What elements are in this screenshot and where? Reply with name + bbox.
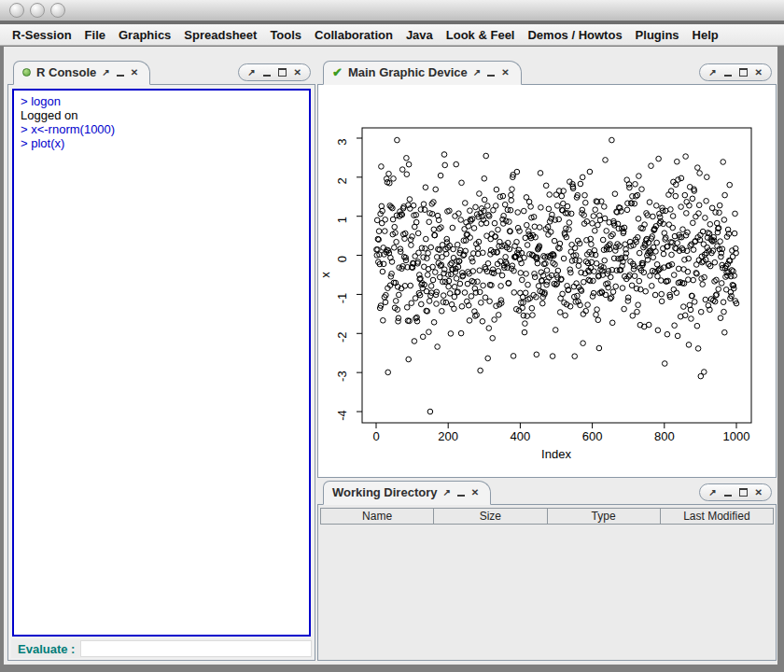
graphics-panel: ✔ Main Graphic Device ↗✕ ↗✕ 020040060080… xyxy=(317,60,777,478)
minimize-icon[interactable] xyxy=(724,69,732,77)
window-actions: ↗✕ xyxy=(238,63,311,81)
working-directory-panel: Working Directory ↗✕ ↗✕ NameSizeTypeLast… xyxy=(317,480,777,661)
menu-item-spreadsheet[interactable]: Spreadsheet xyxy=(177,28,263,42)
detach-icon[interactable]: ↗ xyxy=(102,68,109,77)
menu-item-tools[interactable]: Tools xyxy=(263,28,308,42)
minimize-icon[interactable] xyxy=(457,489,465,497)
minimize-icon[interactable] xyxy=(263,69,271,77)
svg-text:1: 1 xyxy=(335,217,349,223)
svg-text:400: 400 xyxy=(511,429,531,443)
close-icon[interactable]: ✕ xyxy=(755,488,763,497)
svg-text:800: 800 xyxy=(654,429,675,443)
detach-icon[interactable]: ↗ xyxy=(708,488,716,497)
window-actions: ↗✕ xyxy=(699,483,772,501)
column-header-last-modified[interactable]: Last Modified xyxy=(660,508,774,525)
file-table-header: NameSizeTypeLast Modified xyxy=(320,508,774,525)
close-icon[interactable]: ✕ xyxy=(755,68,763,77)
svg-text:3: 3 xyxy=(335,138,349,145)
evaluate-input[interactable] xyxy=(80,640,312,657)
menu-item-demos-howtos[interactable]: Demos / Howtos xyxy=(521,28,628,42)
application-window: R-SessionFileGraphicsSpreadsheetToolsCol… xyxy=(0,0,784,672)
menu-bar: R-SessionFileGraphicsSpreadsheetToolsCol… xyxy=(0,24,784,46)
tab-actions: ↗✕ xyxy=(102,68,138,77)
menu-item-file[interactable]: File xyxy=(78,28,112,42)
evaluate-label: Evaluate : xyxy=(11,642,80,656)
svg-text:0: 0 xyxy=(335,256,349,262)
svg-text:2: 2 xyxy=(335,177,349,184)
tab-label: Working Directory xyxy=(332,485,437,499)
console-panel-body: > logonLogged on> x<-rnorm(1000)> plot(x… xyxy=(7,84,315,661)
svg-text:-1: -1 xyxy=(335,293,349,304)
tab-actions: ↗✕ xyxy=(442,488,479,497)
svg-text:-4: -4 xyxy=(335,410,349,421)
detach-icon[interactable]: ↗ xyxy=(708,68,716,77)
close-icon[interactable]: ✕ xyxy=(294,68,301,77)
console-panel: R Console ↗✕ ↗✕ > logonLogged on> x<-rno… xyxy=(7,60,315,661)
workspace: R Console ↗✕ ↗✕ > logonLogged on> x<-rno… xyxy=(4,47,777,665)
titlebar[interactable] xyxy=(0,0,784,21)
window-control-icon[interactable] xyxy=(9,3,24,18)
console-line: > x<-rnorm(1000) xyxy=(21,122,302,136)
minimize-icon[interactable] xyxy=(487,69,495,77)
working-directory-body: NameSizeTypeLast Modified xyxy=(317,504,777,661)
svg-text:-2: -2 xyxy=(335,332,349,343)
menu-item-plugins[interactable]: Plugins xyxy=(629,28,686,42)
tab-working-directory[interactable]: Working Directory ↗✕ xyxy=(323,481,491,505)
svg-text:x: x xyxy=(318,272,332,278)
detach-icon[interactable]: ↗ xyxy=(473,68,481,77)
svg-text:600: 600 xyxy=(582,429,603,443)
svg-text:0: 0 xyxy=(372,429,379,443)
minimize-icon[interactable] xyxy=(724,489,732,497)
menu-item-look-feel[interactable]: Look & Feel xyxy=(440,28,522,42)
close-icon[interactable]: ✕ xyxy=(471,488,479,497)
menu-item-collaboration[interactable]: Collaboration xyxy=(308,28,399,42)
menu-item-java[interactable]: Java xyxy=(399,28,440,42)
tab-r-console[interactable]: R Console ↗✕ xyxy=(13,61,150,85)
window-actions: ↗✕ xyxy=(699,63,772,81)
tab-actions: ↗✕ xyxy=(473,68,510,77)
menu-item-r-session[interactable]: R-Session xyxy=(6,28,78,42)
minimize-icon[interactable] xyxy=(117,69,124,77)
maximize-icon[interactable] xyxy=(278,68,287,77)
detach-icon[interactable]: ↗ xyxy=(247,68,255,77)
console-line: Logged on xyxy=(21,108,302,122)
maximize-icon[interactable] xyxy=(739,488,748,497)
svg-text:Index: Index xyxy=(541,447,571,461)
tab-label: Main Graphic Device xyxy=(348,65,468,79)
column-header-name[interactable]: Name xyxy=(320,508,434,525)
window-control-icon[interactable] xyxy=(30,3,45,18)
tab-main-graphic-device[interactable]: ✔ Main Graphic Device ↗✕ xyxy=(323,61,522,85)
scatter-plot: 02004006008001000Index3210-1-2-3-4x xyxy=(318,85,776,477)
column-header-type[interactable]: Type xyxy=(547,508,661,525)
evaluate-bar: Evaluate : xyxy=(11,639,312,658)
svg-text:-3: -3 xyxy=(335,371,349,382)
console-line: > logon xyxy=(21,94,302,108)
file-table-body[interactable] xyxy=(320,525,774,658)
svg-text:200: 200 xyxy=(438,429,458,443)
green-check-icon: ✔ xyxy=(332,66,343,78)
graphic-device-area: 02004006008001000Index3210-1-2-3-4x xyxy=(317,84,777,478)
menu-item-help[interactable]: Help xyxy=(686,28,725,42)
window-control-icon[interactable] xyxy=(50,3,65,18)
menu-item-graphics[interactable]: Graphics xyxy=(112,28,177,42)
svg-text:1000: 1000 xyxy=(723,429,750,443)
console-output[interactable]: > logonLogged on> x<-rnorm(1000)> plot(x… xyxy=(12,89,311,637)
maximize-icon[interactable] xyxy=(739,68,748,77)
detach-icon[interactable]: ↗ xyxy=(442,488,450,497)
close-icon[interactable]: ✕ xyxy=(131,68,138,77)
tab-label: R Console xyxy=(36,65,96,79)
green-dot-icon xyxy=(22,68,31,77)
console-line: > plot(x) xyxy=(21,136,302,150)
close-icon[interactable]: ✕ xyxy=(501,68,509,77)
column-header-size[interactable]: Size xyxy=(433,508,547,525)
